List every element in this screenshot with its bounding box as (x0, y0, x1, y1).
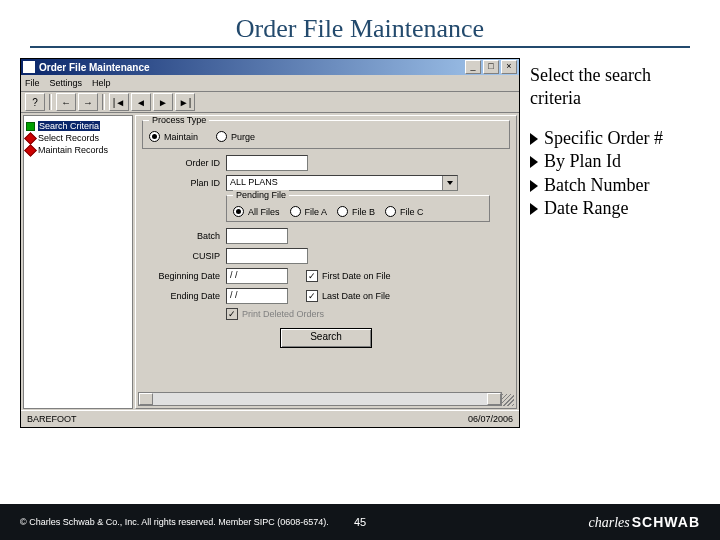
radio-dot-icon (149, 131, 160, 142)
beg-date-value: / / (227, 269, 241, 281)
nav-first-icon[interactable]: |◄ (109, 93, 129, 111)
nav-prev-icon[interactable]: ◄ (131, 93, 151, 111)
bullet-item: Batch Number (530, 174, 680, 197)
bullet-text: By Plan Id (544, 151, 621, 171)
nav-last-icon[interactable]: ►| (175, 93, 195, 111)
cusip-input[interactable] (226, 248, 308, 264)
radio-maintain[interactable]: Maintain (149, 131, 198, 142)
label-plan-id: Plan ID (142, 178, 226, 188)
radio-purge[interactable]: Purge (216, 131, 255, 142)
last-date-checkbox[interactable] (306, 290, 318, 302)
row-beg-date: Beginning Date / / First Date on File (142, 268, 510, 284)
triangle-bullet-icon (530, 133, 538, 145)
tool-back-icon[interactable]: ← (56, 93, 76, 111)
end-date-input[interactable]: / / (226, 288, 288, 304)
bullet-item: Date Range (530, 197, 680, 220)
form-panel: Process Type Maintain Purge (135, 115, 517, 409)
plan-id-select[interactable]: ALL PLANS (226, 175, 458, 191)
batch-input[interactable] (226, 228, 288, 244)
close-button[interactable]: × (501, 60, 517, 74)
plan-id-value: ALL PLANS (227, 176, 281, 188)
bullet-item: Specific Order # (530, 127, 680, 150)
label-beg-date: Beginning Date (142, 271, 226, 281)
label-cusip: CUSIP (142, 251, 226, 261)
nav-next-icon[interactable]: ► (153, 93, 173, 111)
row-plan-id: Plan ID ALL PLANS (142, 175, 510, 191)
title-rule (30, 46, 690, 48)
row-end-date: Ending Date / / Last Date on File (142, 288, 510, 304)
resize-grip-icon[interactable] (502, 394, 514, 406)
label-batch: Batch (142, 231, 226, 241)
tree-item-select[interactable]: Select Records (26, 132, 130, 144)
tree-item-maintain[interactable]: Maintain Records (26, 144, 130, 156)
menu-settings[interactable]: Settings (50, 78, 83, 88)
triangle-bullet-icon (530, 203, 538, 215)
window-title: Order File Maintenance (39, 62, 150, 73)
statusbar: BAREFOOT 06/07/2006 (21, 410, 519, 427)
pending-file-group: Pending File All Files File A File B Fil… (226, 195, 490, 222)
tool-info-icon[interactable]: ? (25, 93, 45, 111)
tree-label: Maintain Records (38, 145, 108, 155)
scroll-right-icon[interactable] (487, 393, 501, 405)
toolbar-sep (49, 94, 52, 110)
toolbar: ? ← → |◄ ◄ ► ►| (21, 92, 519, 113)
print-label: Print Deleted Orders (242, 309, 324, 319)
bullet-text: Date Range (544, 198, 628, 218)
status-date: 06/07/2006 (468, 414, 513, 424)
row-batch: Batch (142, 228, 510, 244)
h-scrollbar[interactable] (138, 392, 502, 406)
page-title: Order File Maintenance (0, 0, 720, 46)
first-date-checkbox[interactable] (306, 270, 318, 282)
label-order-id: Order ID (142, 158, 226, 168)
node-icon (26, 122, 35, 131)
maximize-button[interactable]: □ (483, 60, 499, 74)
brand-second: SCHWAB (632, 514, 700, 530)
app-window: Order File Maintenance _ □ × File Settin… (20, 58, 520, 428)
footer: © Charles Schwab & Co., Inc. All rights … (0, 504, 720, 540)
triangle-bullet-icon (530, 156, 538, 168)
sidebar: Search Criteria Select Records Maintain … (23, 115, 133, 409)
chevron-down-icon[interactable] (442, 176, 457, 190)
radio-dot-icon (290, 206, 301, 217)
radio-filec[interactable]: File C (385, 206, 424, 217)
order-id-input[interactable] (226, 155, 308, 171)
beg-date-input[interactable]: / / (226, 268, 288, 284)
menu-help[interactable]: Help (92, 78, 111, 88)
radio-allfiles[interactable]: All Files (233, 206, 280, 217)
menu-file[interactable]: File (25, 78, 40, 88)
label-end-date: Ending Date (142, 291, 226, 301)
brand: charlesSCHWAB (589, 514, 700, 531)
scroll-left-icon[interactable] (139, 393, 153, 405)
tree-item-search[interactable]: Search Criteria (26, 120, 130, 132)
titlebar: Order File Maintenance _ □ × (21, 59, 519, 75)
radio-dot-icon (216, 131, 227, 142)
scroll-track[interactable] (153, 393, 487, 405)
radio-filea[interactable]: File A (290, 206, 328, 217)
brand-first: charles (589, 515, 630, 530)
radio-label: All Files (248, 207, 280, 217)
radio-label: File B (352, 207, 375, 217)
group-title: Process Type (149, 115, 209, 125)
node-icon (24, 132, 37, 145)
first-date-label: First Date on File (322, 271, 391, 281)
node-icon (24, 144, 37, 157)
last-date-label: Last Date on File (322, 291, 390, 301)
annotation-column: Select the search criteria Specific Orde… (530, 58, 680, 428)
search-button[interactable]: Search (280, 328, 372, 348)
row-order-id: Order ID (142, 155, 510, 171)
tree-label: Select Records (38, 133, 99, 143)
tree-label: Search Criteria (38, 121, 100, 131)
bullet-item: By Plan Id (530, 150, 680, 173)
radio-dot-icon (233, 206, 244, 217)
process-type-group: Process Type Maintain Purge (142, 120, 510, 149)
radio-fileb[interactable]: File B (337, 206, 375, 217)
tool-fwd-icon[interactable]: → (78, 93, 98, 111)
minimize-button[interactable]: _ (465, 60, 481, 74)
toolbar-sep2 (102, 94, 105, 110)
page-number: 45 (354, 516, 366, 528)
radio-dot-icon (385, 206, 396, 217)
row-print: Print Deleted Orders (226, 308, 510, 320)
radio-label: File C (400, 207, 424, 217)
bullet-text: Specific Order # (544, 128, 663, 148)
bullet-text: Batch Number (544, 175, 649, 195)
